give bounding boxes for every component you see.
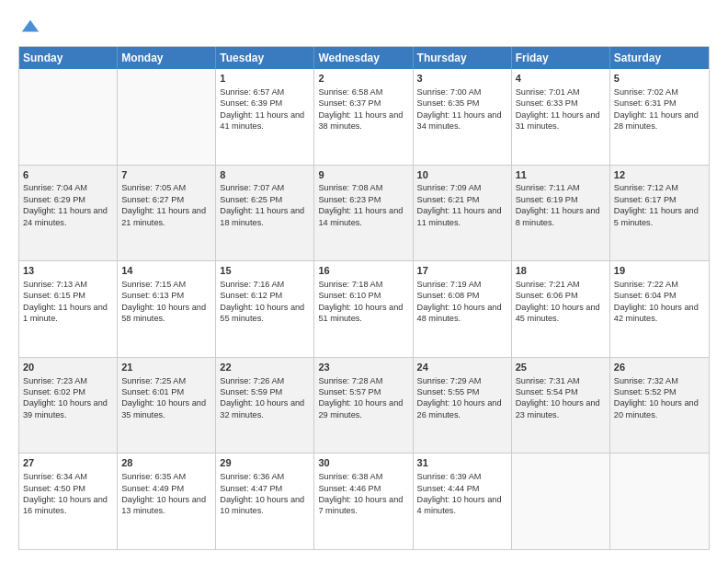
calendar-cell: 10Sunrise: 7:09 AMSunset: 6:21 PMDayligh… [414,166,512,261]
calendar-cell [19,69,118,165]
daylight-text: Daylight: 11 hours and 38 minutes. [318,110,403,131]
sunrise-text: Sunrise: 7:09 AM [417,183,482,192]
daylight-text: Daylight: 11 hours and 11 minutes. [417,206,502,226]
calendar-cell: 1Sunrise: 6:57 AMSunset: 6:39 PMDaylight… [216,69,314,165]
calendar-cell: 20Sunrise: 7:23 AMSunset: 6:02 PMDayligh… [19,358,118,454]
daylight-text: Daylight: 10 hours and 26 minutes. [417,398,502,419]
daylight-text: Daylight: 11 hours and 14 minutes. [318,206,403,226]
day-number: 12 [614,168,705,182]
calendar-row: 13Sunrise: 7:13 AMSunset: 6:15 PMDayligh… [19,260,709,357]
calendar-cell: 2Sunrise: 6:58 AMSunset: 6:37 PMDaylight… [314,69,413,165]
calendar-cell: 28Sunrise: 6:35 AMSunset: 4:49 PMDayligh… [118,454,216,549]
day-number: 13 [23,264,113,278]
sunrise-text: Sunrise: 7:29 AM [417,376,482,385]
calendar-cell: 31Sunrise: 6:39 AMSunset: 4:44 PMDayligh… [414,454,512,549]
daylight-text: Daylight: 10 hours and 13 minutes. [121,495,206,515]
calendar-cell: 14Sunrise: 7:15 AMSunset: 6:13 PMDayligh… [118,261,216,357]
sunset-text: Sunset: 6:33 PM [516,98,578,108]
sunrise-text: Sunrise: 7:05 AM [121,183,186,192]
day-number: 28 [121,456,211,470]
daylight-text: Daylight: 10 hours and 23 minutes. [516,398,600,419]
calendar-cell: 26Sunrise: 7:32 AMSunset: 5:52 PMDayligh… [610,358,709,454]
day-number: 24 [417,361,507,374]
sunrise-text: Sunrise: 7:23 AM [23,376,87,385]
calendar-cell [610,454,709,549]
sunset-text: Sunset: 6:13 PM [121,291,184,300]
daylight-text: Daylight: 10 hours and 48 minutes. [417,303,502,323]
weekday-header: Friday [512,47,610,69]
daylight-text: Daylight: 10 hours and 51 minutes. [318,303,403,323]
daylight-text: Daylight: 11 hours and 34 minutes. [417,110,502,131]
day-number: 17 [417,264,507,278]
sunrise-text: Sunrise: 7:31 AM [516,376,580,385]
day-number: 6 [23,168,113,182]
sunset-text: Sunset: 6:04 PM [614,291,677,300]
sunset-text: Sunset: 6:37 PM [318,98,381,108]
sunrise-text: Sunrise: 7:19 AM [417,280,482,289]
day-number: 10 [417,168,507,182]
calendar-cell: 22Sunrise: 7:26 AMSunset: 5:59 PMDayligh… [216,358,314,454]
day-number: 8 [220,168,310,182]
day-number: 15 [220,264,310,278]
sunrise-text: Sunrise: 7:18 AM [318,280,382,289]
day-number: 21 [121,361,211,374]
sunrise-text: Sunrise: 7:26 AM [220,376,284,385]
day-number: 23 [318,361,408,374]
sunrise-text: Sunrise: 6:38 AM [318,472,382,481]
sunrise-text: Sunrise: 7:22 AM [614,280,678,289]
calendar-cell: 29Sunrise: 6:36 AMSunset: 4:47 PMDayligh… [216,454,314,549]
sunrise-text: Sunrise: 6:36 AM [220,472,284,481]
calendar-cell [512,454,610,549]
sunset-text: Sunset: 6:15 PM [23,291,85,300]
daylight-text: Daylight: 11 hours and 41 minutes. [220,110,304,131]
daylight-text: Daylight: 10 hours and 20 minutes. [614,398,699,419]
daylight-text: Daylight: 10 hours and 29 minutes. [318,398,403,419]
sunset-text: Sunset: 5:57 PM [318,387,381,396]
day-number: 25 [516,361,606,374]
sunset-text: Sunset: 6:10 PM [318,291,381,300]
logo-icon [20,17,40,37]
day-number: 14 [121,264,211,278]
sunset-text: Sunset: 5:55 PM [417,387,480,396]
weekday-header: Sunday [19,47,118,69]
calendar-cell: 16Sunrise: 7:18 AMSunset: 6:10 PMDayligh… [314,261,413,357]
sunrise-text: Sunrise: 7:04 AM [23,183,87,192]
logo [18,17,40,37]
calendar-cell: 9Sunrise: 7:08 AMSunset: 6:23 PMDaylight… [314,166,413,261]
weekday-header: Thursday [414,47,512,69]
day-number: 16 [318,264,408,278]
calendar-cell: 25Sunrise: 7:31 AMSunset: 5:54 PMDayligh… [512,358,610,454]
calendar-cell: 30Sunrise: 6:38 AMSunset: 4:46 PMDayligh… [314,454,413,549]
calendar-cell: 27Sunrise: 6:34 AMSunset: 4:50 PMDayligh… [19,454,118,549]
calendar-cell: 4Sunrise: 7:01 AMSunset: 6:33 PMDaylight… [512,69,610,165]
day-number: 27 [23,456,113,470]
sunset-text: Sunset: 6:01 PM [121,387,184,396]
calendar-cell: 11Sunrise: 7:11 AMSunset: 6:19 PMDayligh… [512,166,610,261]
daylight-text: Daylight: 10 hours and 7 minutes. [318,495,403,515]
sunset-text: Sunset: 6:25 PM [220,195,282,204]
sunrise-text: Sunrise: 6:35 AM [121,472,186,481]
calendar-cell: 12Sunrise: 7:12 AMSunset: 6:17 PMDayligh… [610,166,709,261]
calendar-cell: 18Sunrise: 7:21 AMSunset: 6:06 PMDayligh… [512,261,610,357]
day-number: 31 [417,456,507,470]
daylight-text: Daylight: 10 hours and 45 minutes. [516,303,600,323]
sunset-text: Sunset: 6:08 PM [417,291,480,300]
header [18,17,710,37]
sunset-text: Sunset: 4:47 PM [220,484,282,493]
day-number: 18 [516,264,606,278]
sunrise-text: Sunrise: 7:21 AM [516,280,580,289]
daylight-text: Daylight: 10 hours and 55 minutes. [220,303,304,323]
sunrise-text: Sunrise: 7:00 AM [417,87,482,97]
sunset-text: Sunset: 4:50 PM [23,484,85,493]
sunset-text: Sunset: 6:31 PM [614,98,677,108]
calendar: SundayMondayTuesdayWednesdayThursdayFrid… [18,46,710,550]
calendar-row: 6Sunrise: 7:04 AMSunset: 6:29 PMDaylight… [19,165,709,261]
sunrise-text: Sunrise: 6:34 AM [23,472,87,481]
calendar-cell: 5Sunrise: 7:02 AMSunset: 6:31 PMDaylight… [610,69,709,165]
sunset-text: Sunset: 6:23 PM [318,195,381,204]
sunrise-text: Sunrise: 7:13 AM [23,280,87,289]
calendar-cell: 13Sunrise: 7:13 AMSunset: 6:15 PMDayligh… [19,261,118,357]
daylight-text: Daylight: 11 hours and 1 minute. [23,303,108,323]
sunset-text: Sunset: 4:49 PM [121,484,184,493]
logo-area [18,17,40,37]
